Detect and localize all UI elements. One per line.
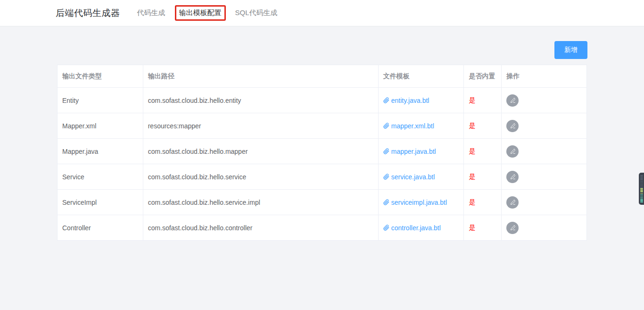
file-template-cell: serviceimpl.java.btl [379, 190, 464, 215]
level-stripe [640, 183, 643, 184]
file-template-cell: entity.java.btl [379, 88, 464, 113]
file-type-cell: Service [58, 164, 143, 189]
edit-pencil-icon [510, 123, 516, 129]
level-stripe [640, 175, 643, 176]
builtin-flag: 是 [469, 96, 475, 105]
output-path-cell: com.sofast.cloud.biz.hello.service.impl [143, 190, 379, 215]
output-path-cell: com.sofast.cloud.biz.hello.service [143, 164, 379, 189]
output-path-cell: com.sofast.cloud.biz.hello.controller [143, 215, 379, 240]
builtin-cell: 是 [464, 215, 502, 240]
level-stripe [640, 196, 643, 197]
template-file-name: serviceimpl.java.btl [391, 199, 447, 206]
table-header-row: 输出文件类型 输出路径 文件模板 是否内置 操作 [58, 65, 586, 88]
edit-row-button[interactable] [506, 196, 519, 209]
level-stripe [640, 188, 643, 189]
level-stripe [640, 178, 643, 179]
level-stripe [640, 194, 643, 195]
edit-row-button[interactable] [506, 145, 519, 158]
edit-row-button[interactable] [506, 120, 519, 132]
builtin-cell: 是 [464, 88, 502, 113]
edit-row-button[interactable] [506, 171, 519, 183]
column-header-builtin: 是否内置 [464, 65, 502, 87]
actions-cell [502, 164, 586, 189]
edit-row-button[interactable] [506, 222, 519, 234]
column-header-output-path: 输出路径 [143, 65, 379, 87]
table-row: Entity com.sofast.cloud.biz.hello.entity… [58, 88, 586, 113]
template-file-name: mapper.java.btl [391, 148, 436, 155]
template-file-name: service.java.btl [391, 173, 435, 181]
builtin-cell: 是 [464, 164, 502, 189]
template-file-name: controller.java.btl [391, 224, 441, 232]
paperclip-icon [383, 225, 389, 231]
level-stripe [640, 201, 643, 202]
template-file-link[interactable]: controller.java.btl [383, 224, 441, 232]
level-stripe [640, 200, 643, 201]
table-row: Mapper.xml resources:mapper mapper.xml.b… [58, 113, 586, 139]
file-type-cell: ServiceImpl [58, 190, 143, 215]
level-stripe [640, 193, 643, 194]
output-path-cell: com.sofast.cloud.biz.hello.mapper [143, 139, 379, 164]
file-type-cell: Entity [58, 88, 143, 113]
builtin-cell: 是 [464, 190, 502, 215]
tab-code-generation[interactable]: 代码生成 [134, 7, 168, 19]
output-path-cell: resources:mapper [143, 113, 379, 138]
level-stripe [640, 187, 643, 188]
column-header-file-template: 文件模板 [379, 65, 464, 87]
file-type-cell: Mapper.xml [58, 113, 143, 138]
tab-sql-code-generation[interactable]: SQL代码生成 [232, 7, 281, 19]
tab-output-template-config[interactable]: 输出模板配置 [175, 5, 226, 21]
actions-cell [502, 139, 586, 164]
file-template-cell: mapper.java.btl [379, 139, 464, 164]
edit-row-button[interactable] [506, 94, 519, 107]
edit-pencil-icon [510, 97, 516, 103]
edit-pencil-icon [510, 148, 516, 154]
table-row: Service com.sofast.cloud.biz.hello.servi… [58, 164, 586, 190]
edit-pencil-icon [510, 199, 516, 205]
level-stripe [640, 179, 643, 180]
output-template-table: 输出文件类型 输出路径 文件模板 是否内置 操作 Entity com.sofa… [57, 65, 587, 241]
level-stripe [640, 191, 643, 192]
paperclip-icon [383, 97, 389, 103]
builtin-cell: 是 [464, 139, 502, 164]
template-file-link[interactable]: service.java.btl [383, 173, 435, 181]
builtin-flag: 是 [469, 173, 475, 181]
builtin-flag: 是 [469, 122, 475, 130]
column-header-file-type: 输出文件类型 [58, 65, 143, 87]
level-indicator-widget[interactable] [639, 173, 644, 205]
template-file-link[interactable]: serviceimpl.java.btl [383, 199, 447, 206]
add-button[interactable]: 新增 [554, 41, 587, 59]
paperclip-icon [383, 148, 389, 154]
file-template-cell: controller.java.btl [379, 215, 464, 240]
template-file-link[interactable]: mapper.java.btl [383, 148, 436, 155]
file-type-cell: Controller [58, 215, 143, 240]
page-title: 后端代码生成器 [56, 7, 120, 19]
template-file-name: mapper.xml.btl [391, 122, 434, 130]
edit-pencil-icon [510, 225, 516, 231]
actions-cell [502, 190, 586, 215]
template-file-name: entity.java.btl [391, 97, 429, 104]
level-stripe [640, 176, 643, 177]
column-header-actions: 操作 [502, 65, 586, 87]
builtin-flag: 是 [469, 147, 475, 156]
file-template-cell: service.java.btl [379, 164, 464, 189]
table-body: Entity com.sofast.cloud.biz.hello.entity… [58, 88, 586, 241]
top-header-bar: 后端代码生成器 代码生成 输出模板配置 SQL代码生成 [0, 0, 644, 26]
level-stripe [640, 197, 643, 198]
template-file-link[interactable]: entity.java.btl [383, 97, 429, 104]
level-stripe [640, 184, 643, 185]
output-path-cell: com.sofast.cloud.biz.hello.entity [143, 88, 379, 113]
paperclip-icon [383, 199, 389, 205]
paperclip-icon [383, 174, 389, 180]
level-stripe [640, 190, 643, 191]
template-file-link[interactable]: mapper.xml.btl [383, 122, 434, 130]
actions-cell [502, 215, 586, 240]
file-template-cell: mapper.xml.btl [379, 113, 464, 138]
edit-pencil-icon [510, 174, 516, 180]
builtin-flag: 是 [469, 198, 475, 207]
builtin-flag: 是 [469, 224, 475, 232]
actions-cell [502, 88, 586, 113]
nav-tabs: 代码生成 输出模板配置 SQL代码生成 [128, 5, 281, 21]
paperclip-icon [383, 123, 389, 129]
file-type-cell: Mapper.java [58, 139, 143, 164]
table-row: ServiceImpl com.sofast.cloud.biz.hello.s… [58, 190, 586, 215]
